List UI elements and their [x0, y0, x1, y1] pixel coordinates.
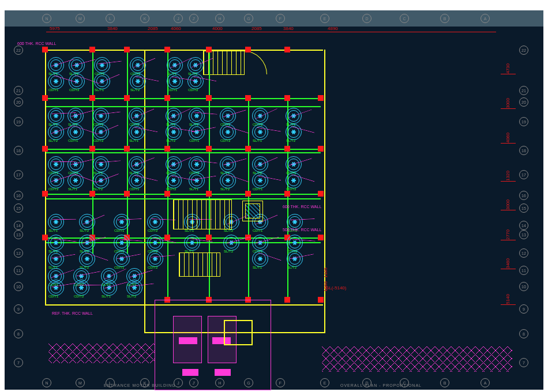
grid-bubble-row-9: 9 [14, 304, 23, 314]
grid-bubble-col-A: A [481, 14, 490, 23]
column [89, 191, 95, 197]
column [164, 235, 170, 240]
grid-bubble-col-H: H [215, 14, 224, 23]
column [245, 191, 251, 197]
dim-top-5: 2085 [252, 26, 262, 31]
fan-tag: SL/T2 [127, 295, 136, 298]
column [164, 146, 170, 152]
fan-tag: SL/T1 [129, 139, 138, 142]
grid-bubble-col-G: G [244, 14, 253, 23]
grid-bubble-row-11: 11 [519, 266, 528, 275]
column [206, 146, 212, 152]
grid-bubble-row-8: 8 [519, 329, 528, 338]
grid-bubble-col-B: B [440, 14, 449, 23]
grid-bubble-row-18: 18 [519, 146, 528, 155]
dim-top-7: 4890 [328, 26, 338, 31]
column [124, 146, 130, 152]
fan-tag: CD/T2 [166, 187, 176, 191]
dim-right-tick-4 [501, 210, 516, 211]
column [284, 146, 290, 152]
grid-bubble-col-A: A [481, 378, 490, 387]
grid-bubble-row-8: 8 [14, 329, 23, 338]
dim-right-4: 3000 [505, 199, 511, 210]
cad-viewport[interactable]: NMLKJJ'HGFEDCBA NMLKJJ'HGFEDCBA 22212019… [0, 0, 548, 392]
grid-bubble-row-20: 20 [14, 97, 23, 107]
grid-bubble-row-18: 18 [14, 146, 23, 155]
fan-tag: CD/T2 [74, 295, 84, 298]
column [284, 191, 290, 197]
grid-bubble-row-13: 13 [14, 230, 23, 239]
fan-tag: CD/T1 [114, 229, 124, 232]
fan-tag: SL/T2 [287, 266, 296, 269]
legend-left: ENTRANCE MOTOR BUILDING [104, 383, 175, 387]
column [89, 146, 95, 152]
column [42, 95, 48, 101]
column [206, 235, 212, 240]
grid-bubble-row-11: 11 [14, 266, 23, 275]
column [318, 146, 324, 152]
grid-bubble-row-7: 7 [14, 358, 23, 367]
partition-row-18b [46, 152, 321, 153]
column [284, 95, 290, 101]
column [124, 95, 130, 101]
note-e: 500 THK. RCC WALL [283, 228, 321, 232]
note-sw: REF. THK. RCC WALL [52, 311, 93, 315]
dim-small-left: 1185 [323, 267, 328, 278]
column [206, 95, 212, 101]
elevator-cab [245, 203, 260, 218]
column [245, 47, 251, 52]
dim-top-0: 5975 [50, 26, 60, 31]
dim-right-tick-6 [501, 269, 516, 270]
dim-right-2: 4060 [505, 133, 511, 143]
grid-bubble-col-L: L [106, 14, 115, 23]
fan-tag: SL/T2 [166, 139, 175, 142]
grid-bubble-col-K: K [140, 14, 149, 23]
fan-tag: CD/T2 [148, 266, 157, 269]
grid-bubble-col-J': J' [189, 14, 198, 23]
column [206, 47, 212, 52]
column [42, 47, 48, 52]
grid-bubble-row-15: 15 [519, 203, 528, 213]
partition-row-20 [46, 98, 321, 99]
fan-tag: CD/T1 [129, 187, 139, 191]
dim-right-tick-3 [501, 181, 516, 182]
whitespace-bottom [0, 390, 548, 392]
column [124, 47, 130, 52]
grid-bubble-row-15: 15 [14, 203, 23, 213]
lower-block-a [179, 337, 197, 344]
dim-right-tick-5 [501, 240, 516, 241]
dim-right-tick-0 [501, 74, 516, 75]
grid-bubble-row-12: 12 [519, 248, 528, 258]
wall-outer-lower-extension [144, 50, 325, 333]
grid-bubble-col-J: J [174, 14, 183, 23]
grid-bubble-col-N: N [42, 14, 51, 23]
partition-row-16 [46, 194, 321, 195]
whitespace-top [0, 0, 548, 10]
fan-tag: SL/T2 [220, 187, 230, 191]
fan-tag: CD/T2 [148, 229, 157, 232]
dim-small-right: 1860 [323, 281, 328, 292]
dim-right-7: 5140 [505, 294, 511, 304]
column [42, 146, 48, 152]
grid-bubble-row-19: 19 [519, 117, 528, 126]
column [89, 47, 95, 52]
grid-bubble-row-21: 21 [519, 86, 528, 95]
column [318, 191, 324, 197]
fan-tag: SL/T1 [253, 139, 262, 142]
lower-block-d [215, 369, 231, 376]
grid-bubble-row-22: 22 [14, 46, 23, 55]
yellow-enclosure [224, 320, 253, 345]
column [42, 191, 48, 197]
grid-bubble-col-E: E [320, 378, 329, 387]
grid-bubble-row-22: 22 [519, 46, 528, 55]
note-ne: 600 THK. RCC WALL [283, 205, 321, 209]
grid-bubble-row-17: 17 [14, 170, 23, 179]
column [318, 297, 324, 303]
fan-tag: SL/T2 [130, 88, 140, 92]
lower-block-c [182, 369, 198, 376]
column [89, 95, 95, 101]
dim-top-3: 4060 [171, 26, 181, 31]
fan-tag: CD/T1 [68, 139, 78, 142]
partition-row-20b [46, 106, 321, 107]
column [245, 146, 251, 152]
